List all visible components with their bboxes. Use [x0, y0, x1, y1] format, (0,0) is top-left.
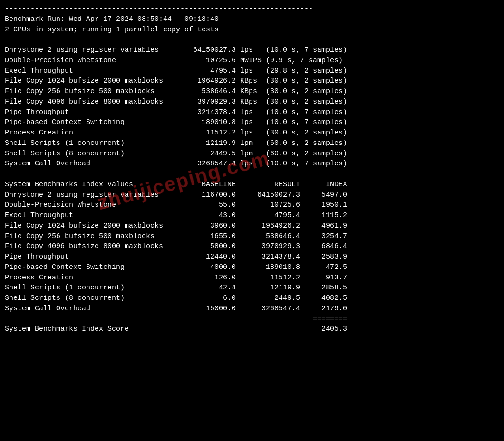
- index-table-row: Shell Scripts (8 concurrent) 6.0 2449.5 …: [5, 293, 499, 304]
- index-table: System Benchmarks Index Values BASELINE …: [5, 180, 499, 335]
- index-table-row: File Copy 256 bufsize 500 maxblocks 1655…: [5, 231, 499, 242]
- metric-row: Shell Scripts (1 concurrent) 12119.9 lpm…: [5, 138, 499, 149]
- metric-row: System Call Overhead 3268547.4 lps (10.0…: [5, 159, 499, 169]
- index-table-row: System Call Overhead 15000.0 3268547.4 2…: [5, 304, 499, 314]
- metric-row: File Copy 1024 bufsize 2000 maxblocks 19…: [5, 76, 499, 86]
- index-table-row: Double-Precision Whetstone 55.0 10725.6 …: [5, 200, 499, 211]
- equals-row: ========: [5, 314, 499, 325]
- index-table-header: System Benchmarks Index Values BASELINE …: [5, 180, 499, 190]
- index-table-row: Pipe Throughput 12440.0 3214378.4 2583.9: [5, 252, 499, 262]
- header-line2: 2 CPUs in system; running 1 parallel cop…: [5, 25, 499, 35]
- metric-row: Execl Throughput 4795.4 lps (29.8 s, 2 s…: [5, 66, 499, 77]
- metric-row: Dhrystone 2 using register variables 641…: [5, 45, 499, 56]
- metric-row: Process Creation 11512.2 lps (30.0 s, 2 …: [5, 128, 499, 138]
- metric-row: File Copy 4096 bufsize 8000 maxblocks 39…: [5, 97, 499, 107]
- index-table-row: Shell Scripts (1 concurrent) 42.4 12119.…: [5, 283, 499, 293]
- index-table-row: Dhrystone 2 using register variables 116…: [5, 190, 499, 201]
- index-table-row: Pipe-based Context Switching 4000.0 1890…: [5, 262, 499, 273]
- index-table-row: Execl Throughput 43.0 4795.4 1115.2: [5, 211, 499, 221]
- index-table-row: Process Creation 126.0 11512.2 913.7: [5, 273, 499, 283]
- metric-row: Pipe Throughput 3214378.4 lps (10.0 s, 7…: [5, 107, 499, 118]
- terminal-output: ----------------------------------------…: [5, 4, 499, 335]
- separator-top: ----------------------------------------…: [5, 4, 499, 14]
- metric-row: File Copy 256 bufsize 500 maxblocks 5386…: [5, 86, 499, 97]
- metric-row: Double-Precision Whetstone 10725.6 MWIPS…: [5, 56, 499, 66]
- spacer2: [5, 169, 499, 180]
- spacer1: [5, 35, 499, 45]
- metrics-section: Dhrystone 2 using register variables 641…: [5, 45, 499, 169]
- metric-row: Shell Scripts (8 concurrent) 2449.5 lpm …: [5, 149, 499, 159]
- index-table-row: File Copy 4096 bufsize 8000 maxblocks 58…: [5, 241, 499, 252]
- header-line1: Benchmark Run: Wed Apr 17 2024 08:50:44 …: [5, 14, 499, 25]
- index-table-row: File Copy 1024 bufsize 2000 maxblocks 39…: [5, 221, 499, 231]
- score-row: System Benchmarks Index Score 2405.3: [5, 324, 499, 335]
- metric-row: Pipe-based Context Switching 189010.8 lp…: [5, 117, 499, 128]
